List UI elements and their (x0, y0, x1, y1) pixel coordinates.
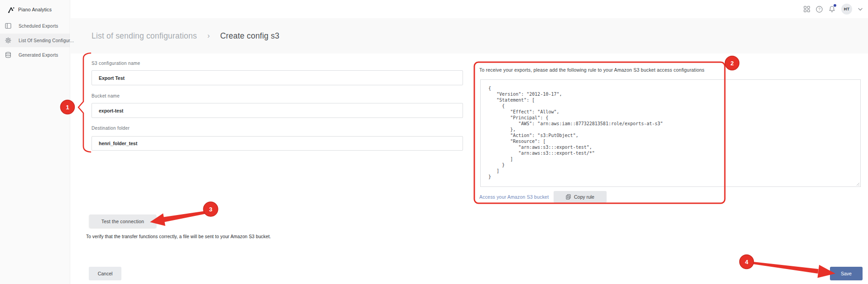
bucket-name-label: Bucket name (92, 93, 120, 98)
scheduled-exports-icon (5, 23, 11, 29)
svg-text:?: ? (818, 7, 820, 11)
page-title: Create config s3 (220, 31, 280, 41)
database-icon (5, 52, 11, 58)
access-bucket-link[interactable]: Access your Amazon S3 bucket (479, 194, 549, 200)
copy-icon (566, 194, 571, 200)
avatar[interactable]: HT (841, 4, 852, 15)
destination-folder-input[interactable] (92, 136, 463, 151)
help-icon[interactable]: ? (816, 6, 823, 13)
topbar: ? HT (71, 0, 868, 18)
rule-code-textarea[interactable]: { "Version": "2012-10-17", "Statement": … (480, 79, 861, 187)
gear-icon (5, 37, 11, 44)
sidebar-item-list-of-sending-configurations[interactable]: List Of Sending Configur... (0, 34, 70, 47)
brand: Piano Analytics (0, 0, 70, 15)
breadcrumb-parent-link[interactable]: List of sending configurations (92, 31, 197, 41)
save-button[interactable]: Save (830, 267, 863, 280)
s3-config-name-input[interactable] (92, 70, 463, 85)
app-root: Piano Analytics Scheduled Exports (0, 0, 868, 284)
sidebar: Piano Analytics Scheduled Exports (0, 0, 70, 284)
notifications-bell-icon[interactable] (829, 5, 835, 13)
copy-rule-button[interactable]: Copy rule (554, 191, 607, 203)
brand-name: Piano Analytics (18, 7, 52, 12)
notification-dot (834, 4, 836, 7)
sidebar-item-label: List Of Sending Configur... (19, 38, 74, 43)
breadcrumb: List of sending configurations › Create … (92, 18, 280, 54)
rule-instruction: To receive your exports, please add the … (479, 67, 704, 73)
bucket-name-input[interactable] (92, 103, 463, 118)
cancel-button[interactable]: Cancel (89, 267, 121, 280)
rule-code: { "Version": "2012-10-17", "Statement": … (481, 80, 860, 180)
copy-rule-label: Copy rule (574, 194, 594, 200)
apps-grid-icon[interactable] (804, 6, 810, 12)
piano-analytics-logo (7, 6, 15, 14)
textarea-resize-handle[interactable] (855, 181, 859, 186)
s3-config-name-label: S3 configuration name (92, 61, 140, 66)
test-connection-button[interactable]: Test the connection (89, 215, 156, 228)
sidebar-item-scheduled-exports[interactable]: Scheduled Exports (0, 19, 70, 33)
chevron-down-icon[interactable] (858, 8, 863, 11)
sidebar-item-label: Generated Exports (19, 53, 58, 58)
breadcrumb-separator: › (207, 32, 210, 40)
sidebar-item-label: Scheduled Exports (19, 24, 58, 29)
sidebar-nav: Scheduled Exports List Of (0, 19, 70, 62)
test-connection-note: To verify that the transfer functions co… (86, 234, 271, 239)
sidebar-item-generated-exports[interactable]: Generated Exports (0, 48, 70, 62)
destination-folder-label: Destination folder (92, 126, 130, 131)
topbar-icons: ? HT (804, 0, 863, 18)
breadcrumb-band: List of sending configurations › Create … (71, 18, 868, 54)
